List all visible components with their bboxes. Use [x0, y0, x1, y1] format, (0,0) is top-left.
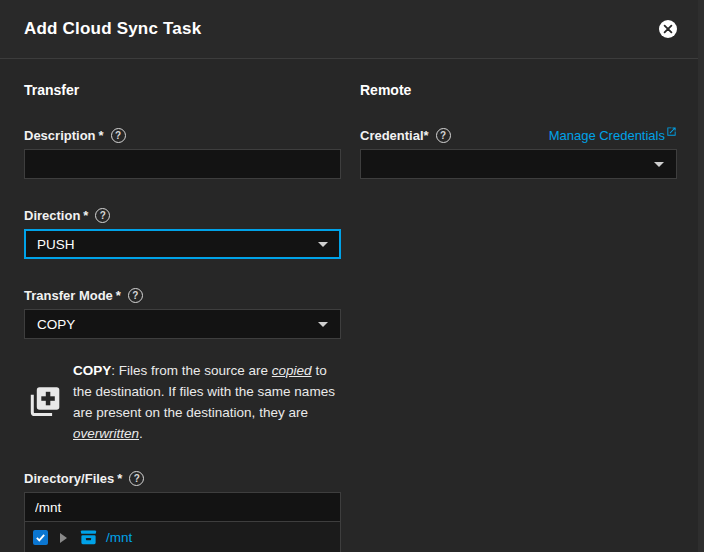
help-icon[interactable]: ? — [128, 288, 143, 303]
directory-label-row: Directory/Files* ? — [24, 470, 341, 486]
manage-credentials-link[interactable]: Manage Credentials — [549, 128, 677, 143]
direction-select[interactable]: PUSH — [24, 229, 341, 259]
required-asterisk: * — [99, 128, 104, 143]
dialog-body: Transfer Description* ? Direction* ? PUS… — [0, 59, 704, 552]
remote-section: Remote Credential* ? Manage Credentials — [360, 82, 677, 552]
credential-select[interactable] — [360, 149, 677, 179]
tree-row-mnt[interactable]: /mnt — [25, 522, 340, 552]
required-asterisk: * — [83, 208, 88, 223]
transfer-mode-label-row: Transfer Mode* ? — [24, 287, 341, 303]
help-icon[interactable]: ? — [129, 471, 144, 486]
credential-label-row: Credential* ? Manage Credentials — [360, 127, 677, 143]
mode-info-copied: copied — [272, 363, 312, 378]
directory-path-input[interactable] — [25, 493, 340, 522]
description-label-row: Description* ? — [24, 127, 341, 143]
tree-expand-arrow-icon[interactable] — [60, 533, 67, 543]
transfer-mode-value: COPY — [37, 317, 75, 332]
mode-info-p1: : Files from the source are — [111, 363, 272, 378]
transfer-heading: Transfer — [24, 82, 341, 98]
mode-info-overwritten: overwritten — [73, 426, 139, 441]
help-icon[interactable]: ? — [95, 208, 110, 223]
tree-item-label[interactable]: /mnt — [106, 530, 132, 545]
mode-info-p3: . — [139, 426, 143, 441]
mode-info: COPY: Files from the source are copied t… — [24, 360, 341, 444]
external-link-icon — [666, 126, 677, 137]
manage-credentials-label: Manage Credentials — [549, 128, 665, 143]
direction-label-row: Direction* ? — [24, 207, 341, 223]
remote-heading: Remote — [360, 82, 677, 98]
dataset-icon — [79, 528, 98, 547]
mode-info-icon-wrap — [24, 384, 73, 420]
directory-label: Directory/Files — [24, 471, 114, 486]
dialog-header: Add Cloud Sync Task — [0, 0, 704, 59]
credential-label: Credential — [360, 128, 424, 143]
close-button[interactable] — [658, 19, 678, 39]
mode-info-term: COPY — [73, 363, 111, 378]
dropdown-arrow-icon — [654, 162, 664, 167]
directory-explorer: /mnt — [24, 492, 341, 552]
description-input[interactable] — [24, 149, 341, 179]
scrollbar[interactable] — [698, 0, 704, 552]
copy-add-icon — [26, 384, 62, 420]
checkmark-icon — [35, 532, 46, 543]
transfer-mode-label: Transfer Mode — [24, 288, 113, 303]
mode-info-text: COPY: Files from the source are copied t… — [73, 360, 341, 444]
transfer-section: Transfer Description* ? Direction* ? PUS… — [24, 82, 341, 552]
help-icon[interactable]: ? — [111, 128, 126, 143]
required-asterisk: * — [116, 288, 121, 303]
help-icon[interactable]: ? — [436, 128, 451, 143]
direction-label: Direction — [24, 208, 80, 223]
required-asterisk: * — [424, 128, 429, 143]
description-label: Description — [24, 128, 96, 143]
close-icon — [658, 19, 678, 39]
dialog-title: Add Cloud Sync Task — [24, 19, 201, 39]
direction-value: PUSH — [37, 237, 75, 252]
credential-label-wrap: Credential* ? — [360, 128, 451, 143]
tree-checkbox[interactable] — [33, 530, 48, 545]
transfer-mode-select[interactable]: COPY — [24, 309, 341, 339]
required-asterisk: * — [117, 471, 122, 486]
dropdown-arrow-icon — [318, 322, 328, 327]
dropdown-arrow-icon — [318, 242, 328, 247]
